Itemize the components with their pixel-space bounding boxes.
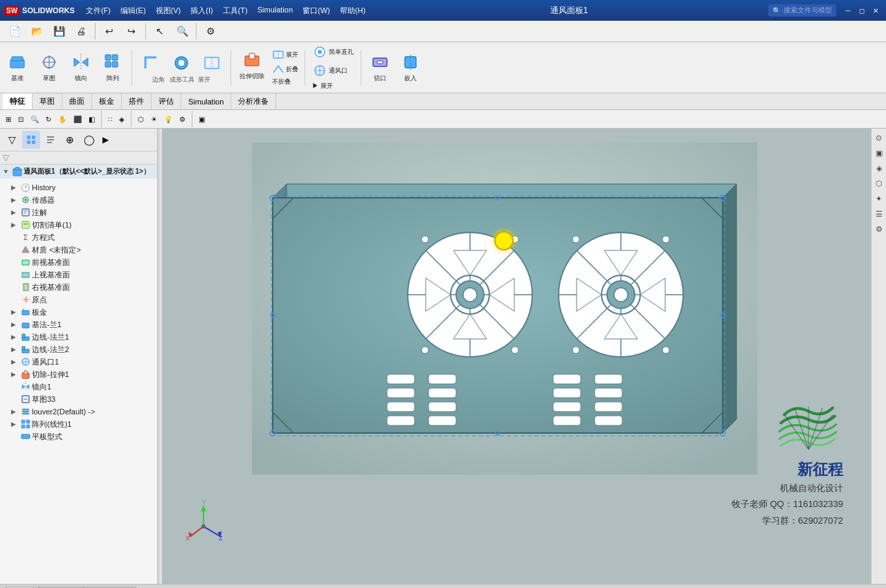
right-view-icon5[interactable]: ✦: [873, 192, 885, 205]
tree-cut-extrude1[interactable]: ▶ 切除-拉伸1: [0, 368, 157, 380]
mirror-button[interactable]: 镜向: [66, 50, 96, 85]
view-settings-button[interactable]: ⚙: [200, 22, 221, 40]
slot-button[interactable]: 切口: [365, 50, 395, 85]
svg-point-39: [24, 199, 27, 201]
view-display-style[interactable]: ◧: [86, 115, 98, 124]
right-view-icon1[interactable]: ⊙: [873, 131, 885, 144]
tree-base-flange[interactable]: ▶ 基法-兰1: [0, 318, 157, 331]
tree-sheetmetal[interactable]: ▶ 板金: [0, 306, 157, 318]
view-orientation-button[interactable]: ⊞: [3, 115, 14, 124]
config-manager-button[interactable]: ⊕: [61, 131, 79, 149]
tree-front-plane[interactable]: ▶ 前视基准面: [0, 256, 157, 268]
appearance-manager-button[interactable]: ◯: [80, 131, 98, 149]
expand-button[interactable]: [197, 50, 226, 75]
tab-sketch[interactable]: 草图: [33, 93, 62, 109]
fold-button[interactable]: 折叠: [270, 62, 300, 76]
view-pan[interactable]: ✋: [55, 115, 69, 124]
view-scene[interactable]: ☀: [148, 115, 160, 124]
restore-button[interactable]: ◻: [856, 4, 868, 17]
tab-feature[interactable]: 特征: [3, 93, 33, 109]
panel-more-button[interactable]: ▶: [100, 134, 111, 146]
pattern-button[interactable]: 阵列: [98, 50, 127, 85]
close-button[interactable]: ✕: [869, 4, 882, 17]
menu-help[interactable]: 帮助(H): [336, 4, 370, 17]
tree-root[interactable]: ▼ 通风面板1（默认<<默认>_显示状态 1>）: [0, 165, 157, 178]
tab-weldments[interactable]: 搭件: [122, 93, 152, 109]
save-button[interactable]: 💾: [48, 22, 69, 40]
tree-edge-flange1[interactable]: ▶ 边线-法兰1: [0, 331, 157, 343]
tab-sheetmetal[interactable]: 板金: [92, 93, 122, 109]
view-zoom-to-fit[interactable]: ⊡: [15, 115, 26, 124]
sketch-button[interactable]: 草图: [35, 50, 64, 85]
view-3d-sketch[interactable]: ∷: [105, 115, 115, 124]
view-zoom-area[interactable]: 🔍: [28, 115, 42, 124]
feature-manager-button[interactable]: [22, 131, 40, 149]
right-view-icon3[interactable]: ◈: [873, 162, 885, 174]
edge-flange1-label: 边线-法兰1: [32, 332, 154, 342]
tree-edge-flange2[interactable]: ▶ 边线-法兰2: [0, 343, 157, 356]
view-settings2[interactable]: ⚙: [177, 115, 188, 124]
simple-hole-button[interactable]: 简单直孔: [309, 43, 356, 61]
tree-sensor[interactable]: ▶ 传感器: [0, 194, 157, 206]
tree-right-plane[interactable]: ▶ 右视基准面: [0, 281, 157, 293]
right-view-icon6[interactable]: ☰: [873, 208, 885, 220]
view-section[interactable]: ⬛: [71, 115, 84, 124]
tree-equation[interactable]: ▶ Σ 方程式: [0, 231, 157, 244]
tree-flat-pattern[interactable]: ▶ 平板型式: [0, 430, 157, 443]
right-view-icon7[interactable]: ⚙: [873, 223, 885, 235]
tree-top-plane[interactable]: ▶ 上视基准面: [0, 268, 157, 281]
undo-button[interactable]: ↩: [99, 22, 120, 40]
menu-view[interactable]: 视图(V): [152, 4, 186, 17]
menu-edit[interactable]: 编辑(E): [116, 4, 150, 17]
right-view-icon2[interactable]: ▣: [873, 147, 885, 159]
unfold-button[interactable]: 展开: [270, 48, 300, 62]
origin-label: 原点: [32, 295, 154, 305]
property-manager-button[interactable]: [42, 131, 60, 149]
select-button[interactable]: ↖: [150, 22, 170, 40]
right-view-icon4[interactable]: ⬡: [873, 177, 885, 190]
canvas-area[interactable]: X Y Z: [162, 129, 871, 584]
zoom-button[interactable]: 🔍: [172, 22, 192, 40]
tab-simulation2[interactable]: Simulation: [181, 93, 231, 109]
redo-button[interactable]: ↪: [121, 22, 142, 40]
base-flange-button[interactable]: 基准: [3, 50, 32, 85]
new-button[interactable]: 📄: [4, 22, 25, 40]
tree-mirror1[interactable]: ▶ 镜向1: [0, 380, 157, 393]
view-realview[interactable]: 💡: [161, 115, 175, 124]
embed-button[interactable]: 嵌入: [396, 50, 425, 85]
tab-evaluate[interactable]: 评估: [152, 93, 181, 109]
menu-insert[interactable]: 插入(I): [186, 4, 217, 17]
filter-button[interactable]: ▽: [3, 131, 21, 149]
minimize-button[interactable]: ─: [842, 4, 854, 17]
search-box[interactable]: 🔍 搜索文件与模型: [768, 4, 836, 17]
view-rotate[interactable]: ↻: [43, 115, 54, 124]
open-button[interactable]: 📂: [26, 22, 47, 40]
tree-linear-pattern[interactable]: ▶ 阵列(线性)1: [0, 418, 157, 430]
view-appearances[interactable]: ⬡: [135, 115, 147, 124]
unfold2-button[interactable]: 不折叠: [270, 77, 300, 87]
extrude-cut-button[interactable]: 拉伸切除: [235, 48, 269, 87]
view-hide-show[interactable]: ◈: [116, 115, 127, 124]
view-display-mode[interactable]: ▣: [196, 115, 208, 124]
form-tool-button[interactable]: [167, 50, 196, 75]
tree-history[interactable]: ▶ 🕐 History: [0, 181, 157, 194]
corner-button[interactable]: [136, 50, 165, 75]
tree-cutlist[interactable]: ▶ 切割清单(1): [0, 219, 157, 231]
tree-material[interactable]: ▶ 材质 <未指定>: [0, 244, 157, 256]
menu-window[interactable]: 窗口(W): [298, 4, 334, 17]
tree-louver2[interactable]: ▶ louver2(Default) ->: [0, 405, 157, 418]
menu-file[interactable]: 文件(F): [82, 4, 115, 17]
tab-analysis[interactable]: 分析准备: [231, 93, 276, 109]
vent-tool-button[interactable]: 通风口: [309, 62, 356, 80]
print-button[interactable]: 🖨: [71, 22, 91, 40]
tree-annotation[interactable]: ▶ 注解: [0, 206, 157, 219]
tree-vent1[interactable]: ▶ 通风口1: [0, 356, 157, 368]
menu-tools[interactable]: 工具(T): [219, 4, 252, 17]
svg-rect-50: [22, 311, 29, 315]
expand-tool-button[interactable]: ▶ 展开: [309, 80, 356, 92]
base-flange-icon: [7, 52, 28, 73]
menu-simulation[interactable]: Simulation: [253, 4, 297, 17]
tree-origin[interactable]: ▶ ✛ 原点: [0, 293, 157, 306]
tab-surface[interactable]: 曲面: [62, 93, 92, 109]
tree-sketch33[interactable]: ▶ 草图33: [0, 393, 157, 405]
